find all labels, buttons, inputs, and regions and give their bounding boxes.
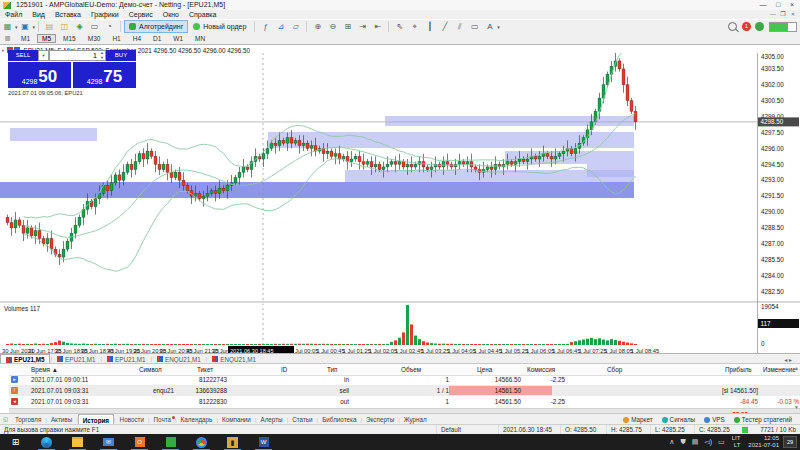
toolbox-icon[interactable]: ▭: [88, 21, 101, 32]
text-tool-icon[interactable]: A: [483, 21, 496, 32]
link-Маркет[interactable]: Маркет: [623, 416, 652, 423]
trendline-icon[interactable]: ╱: [438, 21, 451, 32]
notification-center-icon[interactable]: 29: [783, 436, 797, 448]
close-button[interactable]: ×: [785, 0, 799, 10]
child-close-icon[interactable]: ×: [788, 10, 798, 19]
metatrader-icon[interactable]: ▮: [226, 436, 239, 449]
objects-icon[interactable]: ▱: [289, 21, 302, 32]
office-doc-icon[interactable]: O: [133, 436, 146, 449]
timeframe-H4[interactable]: H4: [128, 34, 146, 43]
price-axis[interactable]: 4305.004303.504302.004300.504299.004297.…: [758, 53, 799, 295]
link-Сигналы[interactable]: Сигналы: [662, 416, 696, 423]
link-label: Тестер стратегий: [742, 416, 792, 423]
rectangle-tool-icon[interactable]: ▭: [468, 21, 481, 32]
new-chart-icon[interactable]: ▦: [1, 21, 14, 32]
menu-Вставка[interactable]: Вставка: [50, 10, 86, 19]
system-tray: ∧ ⛊ ▤ ◅) ▭ LITLT 12:052021-07-01 29: [666, 435, 800, 449]
timeframe-W1[interactable]: W1: [168, 34, 188, 43]
vertical-line-icon[interactable]: ┃: [423, 21, 436, 32]
algo-trading-button[interactable]: Алготрейдинг: [124, 20, 188, 33]
navigator-icon[interactable]: ◈: [73, 21, 86, 32]
auto-scroll-icon[interactable]: ⇥: [356, 21, 369, 32]
history-row-1[interactable]: ▸2021.07.01 09:00:1181222743in114566.50-…: [9, 374, 800, 385]
menu-Вид[interactable]: Вид: [27, 10, 50, 19]
price-chart[interactable]: 4305.004303.504302.004300.504299.004297.…: [0, 53, 800, 354]
history-row-3[interactable]: ◂2021.07.01 09:03:3181222830out114561.50…: [9, 396, 800, 407]
search-icon[interactable]: [728, 22, 737, 31]
start-button[interactable]: ⊞: [9, 436, 22, 449]
minimize-button[interactable]: —: [756, 0, 770, 10]
chart-tab-label: EPU21,M5: [14, 356, 44, 363]
link-label: Маркет: [631, 416, 652, 423]
zoom-in-icon[interactable]: ⊕: [311, 21, 324, 32]
tray-keyboard-icon[interactable]: ▭: [718, 438, 725, 446]
chart-comment: 2021.07.01 09:05:06; EPU21: [8, 90, 136, 96]
child-restore-icon[interactable]: ❐: [778, 10, 788, 19]
menu-Файл[interactable]: Файл: [0, 10, 27, 19]
history-row-2[interactable]: !2021.07.01 09:03:31enqu21136639288sell1…: [9, 385, 800, 396]
channel-icon[interactable]: ⫽: [453, 21, 466, 32]
tab-scroll-arrows[interactable]: ◂ ▸: [784, 356, 792, 363]
indicator-windows-icon[interactable]: ⊿: [274, 21, 287, 32]
tray-expand-icon[interactable]: ∧: [669, 438, 674, 446]
file-explorer-icon[interactable]: [71, 436, 84, 449]
buy-price[interactable]: 429875: [73, 62, 136, 88]
crosshair-icon[interactable]: ⌖: [408, 21, 421, 32]
lot-input[interactable]: 1▲▼: [49, 50, 106, 61]
cell-price: 14561.50: [461, 385, 521, 396]
word-icon[interactable]: W: [257, 436, 270, 449]
community-icon[interactable]: [755, 22, 764, 31]
new-order-button[interactable]: Новый ордер: [188, 20, 251, 33]
deal-type-icon: !: [11, 387, 18, 394]
sell-button[interactable]: SELL: [8, 50, 38, 61]
buy-button[interactable]: BUY: [106, 50, 136, 61]
link-Тестер стратегий[interactable]: Тестер стратегий: [734, 416, 792, 423]
chart-shift-icon[interactable]: ⇤: [371, 21, 384, 32]
sell-price[interactable]: 429850: [8, 62, 71, 88]
notifications-icon[interactable]: 1: [742, 22, 751, 31]
lot-spinner[interactable]: ▲▼: [100, 51, 104, 60]
timeframe-M30[interactable]: M30: [83, 34, 106, 43]
edge-icon[interactable]: [40, 436, 53, 449]
mail-icon[interactable]: ✉: [102, 436, 115, 449]
data-window-icon[interactable]: ◫: [58, 21, 71, 32]
notes-icon[interactable]: [164, 436, 177, 449]
chart-tab-icon: [6, 357, 12, 363]
child-minimize-icon[interactable]: —: [768, 10, 778, 19]
indicators-icon[interactable]: ƒ: [259, 21, 272, 32]
taskbar-clock[interactable]: 12:052021-07-01: [748, 435, 779, 449]
tile-windows-icon[interactable]: ⊞: [341, 21, 354, 32]
new-chart-dropdown-icon[interactable]: ▾: [15, 24, 18, 30]
timeframe-H1[interactable]: H1: [107, 34, 125, 43]
menu-bar: ФайлВидВставкаГрафикиСервисОкноСправка —…: [0, 10, 800, 19]
menu-Графики[interactable]: Графики: [86, 10, 124, 19]
scroll-up-icon[interactable]: ▲: [794, 365, 799, 371]
maximize-button[interactable]: □: [771, 0, 785, 10]
svg-text:4288.50: 4288.50: [761, 224, 784, 231]
lot-dropdown-icon[interactable]: ▼: [38, 50, 49, 61]
timeframe-MN[interactable]: MN: [190, 34, 210, 43]
timeframe-D1[interactable]: D1: [148, 34, 166, 43]
market-watch-icon[interactable]: ▤: [43, 21, 56, 32]
tray-shield-icon[interactable]: ⛊: [680, 438, 685, 446]
periods-icon[interactable]: ▥: [1, 33, 14, 44]
menu-Окно[interactable]: Окно: [158, 10, 184, 19]
timeframe-M15[interactable]: M15: [58, 34, 81, 43]
menu-Справка[interactable]: Справка: [184, 10, 221, 19]
menu-Сервис[interactable]: Сервис: [124, 10, 158, 19]
timeframe-M5[interactable]: M5: [37, 34, 56, 43]
language-indicator[interactable]: LITLT: [732, 435, 741, 449]
tray-network-icon[interactable]: ▤: [692, 438, 699, 446]
zoom-out-icon[interactable]: ⊖: [326, 21, 339, 32]
shapes-dropdown-icon[interactable]: ▾: [497, 24, 500, 30]
chrome-icon[interactable]: [195, 436, 208, 449]
profiles-icon[interactable]: ▣: [19, 21, 32, 32]
cell-ticket: 81222830: [175, 396, 227, 407]
strategy-tester-icon[interactable]: ◔: [103, 21, 116, 32]
link-VPS[interactable]: VPS: [704, 416, 725, 423]
chart-window[interactable]: ▸ EPU21,M5: E-Mini S&P 500: September 20…: [0, 44, 800, 354]
tray-volume-icon[interactable]: ◅): [704, 438, 712, 446]
timeframe-M1[interactable]: M1: [16, 34, 35, 43]
profiles-dropdown-icon[interactable]: ▾: [33, 24, 36, 30]
cursor-icon[interactable]: ⇖: [393, 21, 406, 32]
